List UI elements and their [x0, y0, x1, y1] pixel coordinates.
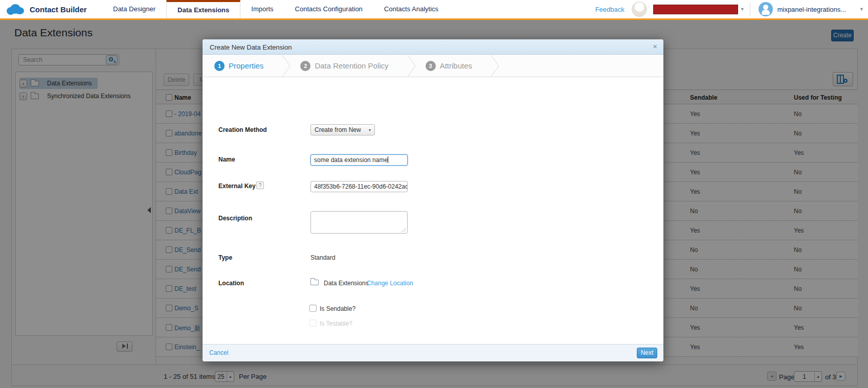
is-sendable-label: Is Sendable? — [320, 305, 355, 312]
create-data-extension-modal: Create New Data Extension × 1Properties2… — [203, 39, 663, 361]
account-chevron-down-icon[interactable]: ▼ — [859, 7, 864, 12]
redacted-block[interactable] — [653, 5, 738, 14]
chevron-down-icon[interactable]: ▼ — [740, 7, 745, 12]
nav-item-contacts-configuration[interactable]: Contacts Configuration — [284, 0, 373, 18]
nav-items: Data DesignerData ExtensionsImportsConta… — [102, 0, 449, 18]
step-data-retention-policy[interactable]: 2Data Retention Policy — [300, 61, 388, 71]
modal-footer: Cancel Next — [203, 344, 663, 361]
external-key-input[interactable]: 48f353b6-7268-11ec-90d6-0242ac1200 — [310, 181, 408, 192]
brand-name: Contact Builder — [30, 5, 87, 14]
type-label: Type — [218, 254, 232, 261]
creation-method-dropdown[interactable]: Create from New ▾ — [310, 124, 375, 135]
description-textarea[interactable] — [310, 211, 408, 234]
app-root: Contact Builder Data DesignerData Extens… — [0, 0, 868, 388]
nav-item-data-extensions[interactable]: Data Extensions — [166, 0, 240, 18]
text-cursor — [388, 156, 388, 163]
nav-item-data-designer[interactable]: Data Designer — [102, 0, 166, 18]
step-separator-chevron — [282, 55, 291, 77]
external-key-label: External Key — [218, 182, 256, 190]
account-menu[interactable]: mixpanel-integrations... — [777, 6, 846, 13]
is-testable-checkbox — [309, 319, 317, 327]
user-avatar-icon[interactable] — [759, 2, 773, 16]
step-number: 2 — [300, 61, 310, 71]
name-input[interactable]: some data extension name — [310, 154, 408, 166]
step-properties[interactable]: 1Properties — [214, 61, 263, 71]
location-value: Data Extensions — [324, 280, 368, 287]
is-sendable-checkbox[interactable] — [309, 305, 317, 312]
brand[interactable]: Contact Builder — [7, 4, 87, 15]
feedback-link[interactable]: Feedback — [595, 6, 625, 13]
close-icon[interactable]: × — [653, 42, 657, 51]
step-separator-chevron — [491, 55, 500, 77]
next-button[interactable]: Next — [637, 348, 657, 358]
modal-header: Create New Data Extension × — [203, 39, 663, 55]
step-label: Data Retention Policy — [315, 61, 388, 70]
nav-divider — [750, 2, 750, 16]
step-label: Properties — [229, 61, 263, 70]
step-number: 3 — [426, 61, 436, 71]
creation-method-label: Creation Method — [218, 126, 267, 133]
type-value: Standard — [310, 254, 336, 261]
is-testable-label: Is Testable? — [320, 320, 352, 327]
einstein-avatar[interactable] — [632, 2, 647, 17]
location-label: Location — [218, 280, 244, 287]
cancel-link[interactable]: Cancel — [209, 349, 228, 356]
modal-title: Create New Data Extension — [210, 43, 292, 51]
name-label: Name — [218, 156, 235, 163]
step-attributes[interactable]: 3Attributes — [426, 61, 472, 71]
top-navbar: Contact Builder Data DesignerData Extens… — [0, 0, 868, 20]
change-location-link[interactable]: Change Location — [367, 280, 413, 287]
modal-steps: 1Properties2Data Retention Policy3Attrib… — [203, 55, 663, 77]
cloud-logo-icon — [7, 4, 25, 15]
folder-icon — [310, 280, 319, 285]
nav-item-imports[interactable]: Imports — [240, 0, 284, 18]
step-label: Attributes — [440, 61, 472, 70]
step-separator-chevron — [407, 55, 416, 77]
description-label: Description — [218, 215, 252, 222]
step-number: 1 — [214, 61, 225, 71]
nav-item-contacts-analytics[interactable]: Contacts Analytics — [373, 0, 449, 18]
resize-handle[interactable] — [402, 227, 406, 232]
nav-right: Feedback ▼ mixpanel-integrations... ▼ — [595, 0, 868, 18]
chevron-down-icon: ▾ — [369, 128, 371, 132]
help-icon[interactable]: ? — [256, 181, 264, 189]
